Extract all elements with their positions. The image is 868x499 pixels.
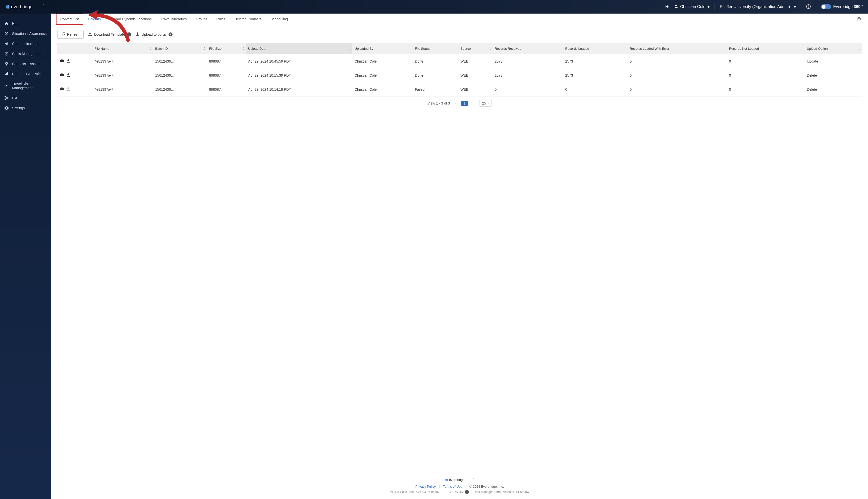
- svg-rect-25: [63, 73, 63, 74]
- eye-icon: [4, 32, 9, 36]
- sidebar: « HomeSituational AwarenessCommunication…: [0, 0, 51, 499]
- org-menu[interactable]: Pfieffer University (Organization Admin)…: [720, 4, 796, 9]
- column-header[interactable]: Records Not Loaded: [726, 43, 804, 54]
- sidebar-item-label: Communications: [12, 42, 38, 46]
- sidebar-item-label: Travel Risk Management: [12, 82, 47, 90]
- column-header[interactable]: File Size▲▼: [207, 43, 245, 54]
- column-header[interactable]: Records Loaded: [562, 43, 627, 54]
- cell-file-status: Done: [412, 54, 458, 68]
- column-header[interactable]: Upload Option▲▼: [804, 43, 862, 54]
- brand-360-toggle[interactable]: Everbridge 360™: [821, 4, 863, 9]
- cell-option: Delete: [804, 82, 862, 97]
- download-icon[interactable]: [66, 59, 70, 63]
- svg-point-28: [62, 88, 64, 90]
- tab-scheduling[interactable]: Scheduling: [266, 14, 292, 25]
- cell-received: 2573: [492, 54, 563, 68]
- chevron-down-icon: ▾: [707, 4, 709, 9]
- gear-icon: [4, 106, 9, 110]
- cell-source: WEB: [458, 82, 492, 97]
- main-content: Contact ListUploadsUpload Dynamic Locati…: [51, 14, 868, 499]
- terms-link[interactable]: Terms of Use: [443, 485, 462, 488]
- tab-contact-list[interactable]: Contact List: [56, 14, 83, 25]
- column-header[interactable]: Batch ID▲▼: [153, 43, 207, 54]
- svg-rect-31: [67, 90, 70, 91]
- cell-batch-id: 15612436…: [153, 82, 207, 97]
- cell-not-loaded: 0: [726, 54, 804, 68]
- page-size-select[interactable]: 25: [479, 100, 492, 107]
- megaphone-icon: [4, 42, 9, 46]
- sidebar-item-label: ITA: [12, 96, 17, 100]
- sidebar-item-travel-risk-management[interactable]: Travel Risk Management: [0, 79, 51, 93]
- download-template-label: Download Template: [94, 33, 125, 36]
- tab-uploads[interactable]: Uploads: [83, 14, 105, 25]
- svg-text:everbridge: everbridge: [449, 478, 464, 482]
- user-name: Christian Cole: [680, 4, 705, 9]
- svg-text:®: ®: [43, 4, 44, 5]
- sort-icon: ▲▼: [203, 47, 206, 51]
- tab-groups[interactable]: Groups: [191, 14, 212, 25]
- sidebar-item-situational-awareness[interactable]: Situational Awareness: [0, 29, 51, 39]
- upload-portal-button[interactable]: Upload to portal i: [136, 32, 173, 37]
- sidebar-item-crisis-management[interactable]: Crisis Management: [0, 49, 51, 59]
- column-header[interactable]: Uploaded By: [352, 43, 412, 54]
- cell-error: 0: [627, 54, 726, 68]
- sidebar-item-settings[interactable]: Settings: [0, 103, 51, 113]
- prev-page-button[interactable]: ‹: [453, 101, 458, 106]
- svg-text:?: ?: [808, 5, 809, 8]
- help-icon[interactable]: ?: [857, 17, 861, 22]
- network-icon: [4, 96, 9, 100]
- column-header[interactable]: File Name▲▼: [92, 43, 153, 54]
- sidebar-item-label: Situational Awareness: [12, 32, 47, 36]
- info-icon[interactable]: i: [127, 33, 131, 36]
- sidebar-item-contacts-assets[interactable]: Contacts + Assets: [0, 59, 51, 69]
- host-text: ebs-manager-portal-79b8896744-5q9hw: [475, 490, 529, 494]
- next-page-button[interactable]: ›: [472, 101, 476, 106]
- cell-file-name: 4e81997a-7…: [92, 54, 153, 68]
- sidebar-item-reports-analytics[interactable]: Reports + Analytics: [0, 69, 51, 79]
- sidebar-item-home[interactable]: Home: [0, 19, 51, 29]
- sort-icon: ▲▼: [859, 47, 861, 51]
- chevron-down-icon: ▾: [794, 4, 796, 9]
- tab-travel-itineraries[interactable]: Travel Itineraries: [156, 14, 191, 25]
- copyright-text: © 2024 Everbridge, Inc.: [469, 485, 504, 488]
- user-menu[interactable]: Christian Cole ▾: [674, 4, 709, 9]
- column-header[interactable]: [57, 43, 92, 54]
- view-icon[interactable]: [60, 87, 64, 92]
- download-template-button[interactable]: Download Template i: [88, 32, 131, 37]
- plane-icon: [4, 84, 9, 88]
- cell-loaded: 0: [562, 82, 627, 97]
- cell-file-status: Failed: [412, 82, 458, 97]
- cell-file-name: 4e81997a-7…: [92, 82, 153, 97]
- column-header[interactable]: Records Received: [492, 43, 563, 54]
- tab-upload-dynamic-locations[interactable]: Upload Dynamic Locations: [105, 14, 156, 25]
- privacy-policy-link[interactable]: Privacy Policy: [416, 485, 436, 488]
- svg-point-27: [60, 88, 62, 90]
- column-header[interactable]: Upload Date▲▼: [246, 43, 352, 54]
- page-1-button[interactable]: 1: [461, 101, 468, 106]
- svg-rect-19: [61, 59, 62, 60]
- view-icon[interactable]: [60, 59, 64, 63]
- column-header[interactable]: Records Loaded With Error: [627, 43, 726, 54]
- fast-forward-icon[interactable]: [665, 4, 669, 9]
- download-icon[interactable]: [66, 73, 70, 78]
- home-icon: [4, 22, 9, 26]
- refresh-button[interactable]: Refresh: [57, 30, 84, 39]
- sidebar-item-communications[interactable]: Communications: [0, 39, 51, 49]
- everbridge-logo: everbridge®: [5, 0, 45, 14]
- column-header[interactable]: Source▲▼: [458, 43, 492, 54]
- toggle-switch[interactable]: [821, 4, 831, 9]
- clock-icon: [4, 52, 9, 56]
- column-header[interactable]: File Status: [412, 43, 458, 54]
- tab-rules[interactable]: Rules: [212, 14, 230, 25]
- sidebar-item-ita[interactable]: ITA: [0, 93, 51, 103]
- brand-360-label: Everbridge 360™: [833, 4, 863, 9]
- help-icon[interactable]: ?: [806, 4, 811, 10]
- info-icon[interactable]: i: [169, 33, 173, 36]
- download-icon: [66, 87, 70, 92]
- cell-file-size: 898087: [207, 82, 245, 97]
- tab-deleted-contacts[interactable]: Deleted Contacts: [230, 14, 266, 25]
- info-icon[interactable]: i: [465, 490, 469, 494]
- view-icon[interactable]: [60, 73, 64, 78]
- download-icon: [88, 32, 92, 37]
- svg-point-13: [7, 97, 8, 98]
